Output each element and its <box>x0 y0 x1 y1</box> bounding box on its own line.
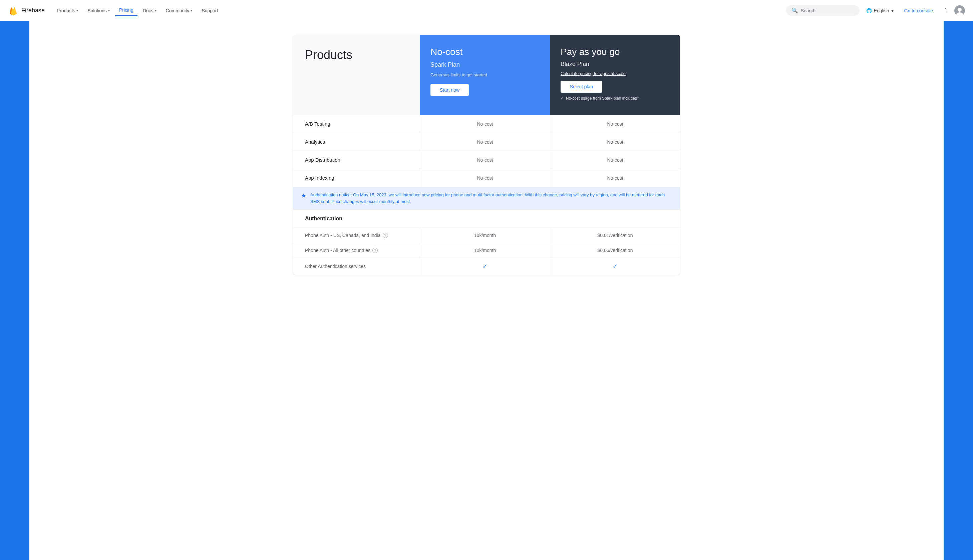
auth-detail-row: Other Authentication services ✓ ✓ <box>293 258 680 275</box>
nav-pricing[interactable]: Pricing <box>115 5 137 16</box>
auth-notice-text: Authentication notice: On May 15, 2023, … <box>310 192 672 205</box>
feature-app-distribution: App Distribution <box>293 151 420 169</box>
svg-point-1 <box>958 8 962 12</box>
calculate-pricing-link[interactable]: Calculate pricing for apps at scale <box>560 71 669 76</box>
navbar: Firebase Products ▾ Solutions ▾ Pricing … <box>0 0 973 21</box>
blaze-plan-type: Pay as you go <box>560 47 669 57</box>
nav-support[interactable]: Support <box>197 5 222 16</box>
auth-other-spark: ✓ <box>420 258 550 275</box>
features-list: A/B Testing No-cost No-cost Analytics No… <box>293 115 680 187</box>
auth-other-blaze: ✓ <box>550 258 680 275</box>
checkmark-icon: ✓ <box>483 263 488 270</box>
auth-section-title: Authentication <box>305 216 408 222</box>
nav-links: Products ▾ Solutions ▾ Pricing Docs ▾ Co… <box>53 5 784 16</box>
checkmark-icon: ✓ <box>613 263 618 270</box>
nav-docs[interactable]: Docs ▾ <box>139 5 160 16</box>
feature-app-indexing: App Indexing <box>293 169 420 187</box>
app-dist-spark-value: No-cost <box>420 151 550 169</box>
chevron-down-icon: ▾ <box>77 9 78 12</box>
chevron-down-icon: ▾ <box>891 8 894 13</box>
auth-phone-other-spark: 10k/month <box>420 243 550 258</box>
table-row: Analytics No-cost No-cost <box>293 133 680 151</box>
main-content: Products No-cost Spark Plan Generous lim… <box>293 21 680 295</box>
bg-left <box>0 21 29 560</box>
tooltip-icon[interactable]: ? <box>383 233 388 238</box>
star-icon: ★ <box>301 192 306 199</box>
avatar[interactable] <box>954 5 965 16</box>
chevron-down-icon: ▾ <box>191 9 192 12</box>
app-idx-blaze-value: No-cost <box>550 169 680 187</box>
auth-phone-other-blaze: $0.06/verification <box>550 243 680 258</box>
app-dist-blaze-value: No-cost <box>550 151 680 169</box>
brand-name: Firebase <box>21 7 45 14</box>
spark-plan-header: No-cost Spark Plan Generous limits to ge… <box>420 35 550 115</box>
go-to-console-button[interactable]: Go to console <box>900 6 937 15</box>
auth-phone-us-spark: 10k/month <box>420 228 550 243</box>
app-idx-spark-value: No-cost <box>420 169 550 187</box>
firebase-logo[interactable]: Firebase <box>8 5 45 16</box>
auth-spark-header <box>420 210 550 228</box>
analytics-spark-value: No-cost <box>420 133 550 151</box>
auth-detail-row: Phone Auth - US, Canada, and India ? 10k… <box>293 228 680 243</box>
table-row: A/B Testing No-cost No-cost <box>293 115 680 133</box>
auth-other-services: Other Authentication services <box>293 258 420 275</box>
tooltip-icon[interactable]: ? <box>373 248 378 253</box>
search-label: Search <box>801 8 816 13</box>
spark-plan-name: Spark Plan <box>430 61 539 68</box>
pricing-header: Products No-cost Spark Plan Generous lim… <box>293 35 680 115</box>
auth-section: Authentication Phone Auth - US, Canada, … <box>293 209 680 275</box>
auth-notice-banner: ★ Authentication notice: On May 15, 2023… <box>293 187 680 209</box>
analytics-blaze-value: No-cost <box>550 133 680 151</box>
blaze-plan-name: Blaze Plan <box>560 61 669 68</box>
page-wrapper: Products No-cost Spark Plan Generous lim… <box>0 21 973 560</box>
auth-detail-row: Phone Auth - All other countries ? 10k/m… <box>293 243 680 258</box>
table-row: App Indexing No-cost No-cost <box>293 169 680 187</box>
nav-community[interactable]: Community ▾ <box>162 5 197 16</box>
pricing-table: Products No-cost Spark Plan Generous lim… <box>293 35 680 275</box>
globe-icon: 🌐 <box>866 8 872 13</box>
search-icon: 🔍 <box>791 7 798 14</box>
start-now-button[interactable]: Start now <box>430 84 469 96</box>
spark-plan-type: No-cost <box>430 47 539 57</box>
feature-analytics: Analytics <box>293 133 420 151</box>
ab-spark-value: No-cost <box>420 115 550 133</box>
auth-phone-other: Phone Auth - All other countries ? <box>293 243 420 258</box>
table-row: App Distribution No-cost No-cost <box>293 151 680 169</box>
auth-phone-us-blaze: $0.01/verification <box>550 228 680 243</box>
more-options-button[interactable]: ⋮ <box>940 5 952 17</box>
feature-ab-testing: A/B Testing <box>293 115 420 133</box>
language-selector[interactable]: 🌐 English ▾ <box>862 6 898 15</box>
bg-right <box>944 21 973 560</box>
nav-products[interactable]: Products ▾ <box>53 5 82 16</box>
products-title: Products <box>305 48 352 62</box>
chevron-down-icon: ▾ <box>155 9 157 12</box>
nav-solutions[interactable]: Solutions ▾ <box>84 5 114 16</box>
chevron-down-icon: ▾ <box>108 9 110 12</box>
blaze-plan-header: Pay as you go Blaze Plan Calculate prici… <box>550 35 680 115</box>
products-header-cell: Products <box>293 35 420 115</box>
spark-plan-subtitle: Generous limits to get started <box>430 72 539 77</box>
auth-header-cell: Authentication <box>293 210 420 228</box>
checkmark-icon: ✓ <box>560 96 564 101</box>
auth-phone-us: Phone Auth - US, Canada, and India ? <box>293 228 420 243</box>
auth-blaze-header <box>550 210 680 228</box>
ab-blaze-value: No-cost <box>550 115 680 133</box>
select-plan-button[interactable]: Select plan <box>560 81 602 93</box>
auth-header-row: Authentication <box>293 210 680 228</box>
no-cost-note: ✓ No-cost usage from Spark plan included… <box>560 96 669 101</box>
search-bar[interactable]: 🔍 Search <box>786 5 859 16</box>
